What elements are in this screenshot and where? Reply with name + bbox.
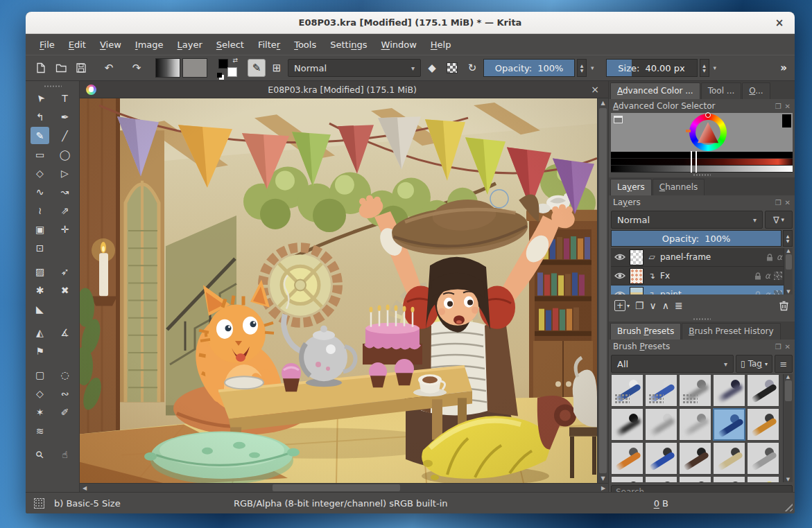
layers-docker-header[interactable]: Layers ❐ ✕ xyxy=(609,195,795,209)
scroll-down-icon[interactable]: ▼ xyxy=(598,474,608,483)
color-selector-settings-icon[interactable] xyxy=(614,116,623,123)
close-docker-icon[interactable]: ✕ xyxy=(785,103,791,110)
brush-preset-chooser-button[interactable]: ✎ xyxy=(248,59,266,77)
lock-icon[interactable] xyxy=(766,251,773,264)
layer-filter-button[interactable]: ∇ ▾ xyxy=(765,211,793,229)
size-slider[interactable]: Size: 40.00 px xyxy=(606,59,698,77)
layer-visibility-icon[interactable] xyxy=(614,270,626,283)
size-dropdown-icon[interactable]: ▾ xyxy=(711,64,719,71)
gradient-chooser[interactable] xyxy=(155,58,180,78)
ellipse-tool[interactable]: ◯ xyxy=(55,146,74,163)
lightness-bar[interactable] xyxy=(611,166,793,173)
open-document-button[interactable] xyxy=(52,59,70,77)
window-titlebar[interactable]: E08P03.kra [Modified] (175.1 MiB) * — Kr… xyxy=(26,12,795,34)
similar-color-selection-tool[interactable]: ✶ xyxy=(31,403,49,421)
swap-colors-icon[interactable]: ⇄ xyxy=(232,57,238,64)
brush-preset[interactable] xyxy=(747,408,779,441)
layer-visibility-icon[interactable] xyxy=(614,251,626,264)
menu-file[interactable]: File xyxy=(33,36,62,53)
smart-patch-tool[interactable]: ✱ xyxy=(31,281,49,299)
redo-button[interactable]: ↷ xyxy=(128,59,146,77)
duplicate-layer-button[interactable]: ❐ xyxy=(635,300,644,311)
brush-preset[interactable] xyxy=(645,408,677,441)
move-layer-down-button[interactable]: ∨ xyxy=(650,300,657,311)
bezier-curve-tool[interactable]: ∿ xyxy=(31,183,49,200)
pan-tool[interactable]: ☝ xyxy=(55,446,74,463)
layer-row[interactable]: ↴paintα xyxy=(611,285,793,294)
undo-button[interactable]: ↶ xyxy=(100,59,118,77)
layer-opacity-slider[interactable]: Opacity: 100% xyxy=(611,230,781,247)
gradient-tool[interactable]: ▨ xyxy=(31,263,49,280)
layer-opacity-spinbox[interactable]: ▲▼ xyxy=(783,230,793,247)
freehand-brush-tool[interactable]: ✎ xyxy=(31,127,49,144)
save-button[interactable] xyxy=(72,59,90,77)
polyline-tool[interactable]: ▷ xyxy=(55,164,74,182)
brush-preset[interactable] xyxy=(713,476,745,482)
transform-tool[interactable]: ▣ xyxy=(31,220,49,238)
close-docker-icon[interactable]: ✕ xyxy=(785,343,791,351)
eraser-mode-button[interactable]: ◆ xyxy=(423,59,441,77)
hscroll-thumb[interactable] xyxy=(273,484,400,491)
move-tool[interactable]: ✛ xyxy=(55,220,74,238)
inherit-alpha-icon[interactable] xyxy=(774,272,782,280)
reset-colors-icon[interactable] xyxy=(217,73,222,78)
select-shapes-tool[interactable]: ➤ xyxy=(31,89,49,107)
rectangle-tool[interactable]: ▭ xyxy=(31,146,49,163)
color-sampler-tool[interactable]: ➶ xyxy=(55,263,74,280)
lock-icon[interactable] xyxy=(754,288,761,295)
delete-layer-button[interactable] xyxy=(779,300,789,311)
toolbar-overflow-button[interactable]: » xyxy=(780,62,788,74)
window-close-button[interactable]: × xyxy=(773,17,786,29)
reference-images-tool[interactable]: ⚑ xyxy=(31,342,49,360)
brush-preset[interactable] xyxy=(611,442,643,475)
brush-preset[interactable] xyxy=(747,442,779,475)
color-selector-docker-header[interactable]: Advanced Color Selector ❐ ✕ xyxy=(609,99,795,113)
docker-splitter[interactable] xyxy=(609,173,795,177)
float-docker-icon[interactable]: ❐ xyxy=(775,343,781,351)
tab-brush-preset-history[interactable]: Brush Preset History xyxy=(682,323,780,340)
lightness-bar-handle[interactable] xyxy=(691,165,697,173)
bezier-selection-tool[interactable]: ✐ xyxy=(55,403,74,421)
advanced-color-selector[interactable] xyxy=(611,113,793,152)
layer-blending-mode-dropdown[interactable]: Normal ▾ xyxy=(611,211,763,229)
close-docker-icon[interactable]: ✕ xyxy=(785,199,791,206)
hue-marker[interactable] xyxy=(705,112,711,118)
multibrush-tool[interactable]: ⇗ xyxy=(55,202,74,219)
scroll-right-icon[interactable]: ▶ xyxy=(598,484,608,492)
brush-preset[interactable] xyxy=(747,374,779,407)
menu-image[interactable]: Image xyxy=(128,36,171,53)
brush-preset[interactable] xyxy=(679,442,711,475)
preset-view-mode-button[interactable]: ≡ xyxy=(775,355,793,373)
elliptical-selection-tool[interactable]: ◌ xyxy=(55,366,74,383)
tab-brush-presets[interactable]: Brush Presets xyxy=(610,323,681,340)
subwindow-close-button[interactable]: × xyxy=(588,84,602,95)
scroll-up-icon[interactable]: ▲ xyxy=(598,98,608,107)
brush-preset[interactable] xyxy=(611,374,643,407)
canvas-hscrollbar[interactable]: ◀ ▶ xyxy=(80,483,608,492)
preset-scrollbar[interactable]: ▲▼ xyxy=(783,374,793,482)
crop-tool[interactable]: ⊡ xyxy=(31,239,49,256)
brush-preset[interactable] xyxy=(679,476,711,482)
menu-tools[interactable]: Tools xyxy=(287,36,323,53)
menu-settings[interactable]: Settings xyxy=(323,36,374,53)
brush-preset[interactable] xyxy=(611,408,643,441)
dynamic-brush-tool[interactable]: ≀ xyxy=(31,202,49,219)
freehand-selection-tool[interactable]: ∾ xyxy=(55,385,74,402)
brush-preset[interactable] xyxy=(747,476,779,482)
foreground-color-swatch[interactable] xyxy=(218,59,228,69)
brush-preset[interactable] xyxy=(645,476,677,482)
canvas-painting[interactable] xyxy=(80,98,597,483)
layer-row[interactable]: ▱panel-frameα xyxy=(611,248,793,267)
menu-edit[interactable]: Edit xyxy=(62,36,93,53)
toolbox-drag-handle[interactable] xyxy=(26,83,79,89)
float-docker-icon[interactable]: ❐ xyxy=(775,199,781,206)
brush-preset[interactable] xyxy=(713,442,745,475)
brush-preset[interactable] xyxy=(713,408,745,441)
brush-preset[interactable] xyxy=(611,476,643,482)
edit-shapes-tool[interactable]: ↰ xyxy=(31,108,49,125)
inherit-alpha-icon[interactable] xyxy=(774,290,782,294)
size-spinbox[interactable]: ▲▼ xyxy=(700,59,709,77)
pattern-chooser[interactable] xyxy=(182,58,207,78)
tab-o[interactable]: O... xyxy=(742,82,770,99)
alpha-lock-icon[interactable]: α xyxy=(765,271,770,281)
